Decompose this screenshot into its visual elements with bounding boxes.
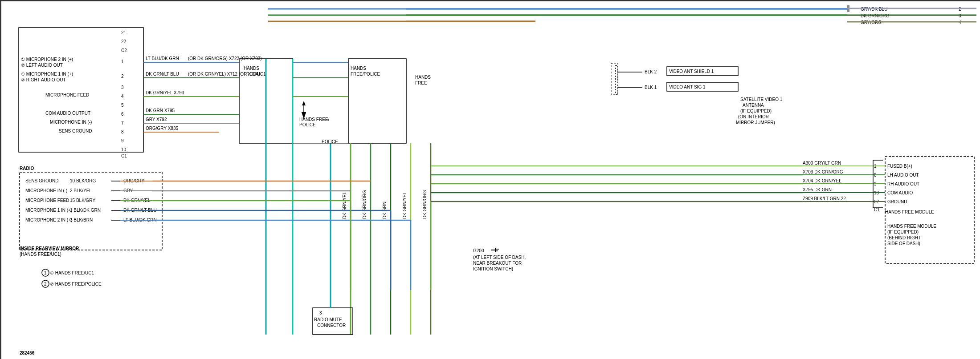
svg-text:FUSED B(+): FUSED B(+) [887,164,912,169]
svg-text:MICROPHONE IN (-): MICROPHONE IN (-) [50,120,92,125]
svg-text:DK GRN/ORG: DK GRN/ORG [422,190,427,219]
svg-text:MICROPHONE 2 IN (+): MICROPHONE 2 IN (+) [25,218,72,222]
svg-text:POLICE: POLICE [299,122,316,127]
svg-text:SENS GROUND: SENS GROUND [59,129,92,133]
svg-text:RADIO MUTE: RADIO MUTE [314,317,342,322]
svg-text:3: 3 [121,85,124,90]
svg-text:21: 21 [121,30,127,35]
svg-text:X703  DK GRN/ORG: X703 DK GRN/ORG [803,169,843,174]
svg-text:G200: G200 [473,248,484,253]
svg-text:NEAR BREAKOUT FOR: NEAR BREAKOUT FOR [473,261,522,266]
svg-text:10: 10 [121,147,127,152]
svg-text:282456: 282456 [20,351,35,355]
svg-text:COM AUDIO OUTPUT: COM AUDIO OUTPUT [45,111,90,116]
svg-text:② RIGHT AUDIO OUT: ② RIGHT AUDIO OUT [21,77,66,82]
svg-text:VIDEO ANT SIG 1: VIDEO ANT SIG 1 [669,85,706,89]
svg-text:SATELLITE VIDEO 1: SATELLITE VIDEO 1 [740,97,783,102]
svg-text:2  BLK/YEL: 2 BLK/YEL [70,188,92,193]
svg-text:FREE/UC1: FREE/UC1 [244,72,266,77]
svg-text:DK GRN/ORG: DK GRN/ORG [362,190,367,219]
svg-text:COM AUDIO: COM AUDIO [887,190,913,195]
svg-text:DK GRN/LT BLU: DK GRN/LT BLU [146,72,179,77]
svg-text:ANTENNA: ANTENNA [743,103,764,108]
svg-text:(HANDS FREE/UC1): (HANDS FREE/UC1) [20,252,61,257]
svg-text:②  HANDS FREE/POLICE: ② HANDS FREE/POLICE [50,282,102,286]
svg-text:①  HANDS FREE/UC1: ① HANDS FREE/UC1 [50,270,94,275]
svg-text:SIDE OF DASH): SIDE OF DASH) [887,241,920,246]
svg-text:VIDEO ANT SHIELD 1: VIDEO ANT SHIELD 1 [669,69,714,74]
svg-text:HANDS FREE MODULE: HANDS FREE MODULE [885,210,934,214]
svg-text:GROUND: GROUND [887,199,907,204]
svg-text:7: 7 [121,121,124,125]
svg-text:GRY  X792: GRY X792 [146,117,167,122]
svg-text:DK GRN/YEL: DK GRN/YEL [402,192,407,219]
svg-text:HANDS: HANDS [415,75,431,80]
svg-text:BLK  1: BLK 1 [645,85,657,90]
svg-text:1: 1 [121,59,124,64]
svg-text:FREE: FREE [415,81,427,85]
svg-text:9: 9 [121,138,124,143]
svg-text:SENS GROUND: SENS GROUND [25,178,58,183]
svg-text:1  BLK/DK GRN: 1 BLK/DK GRN [70,208,101,213]
svg-text:10  BLK/ORG: 10 BLK/ORG [70,178,96,183]
svg-text:MICROPHONE 1 IN (+): MICROPHONE 1 IN (+) [25,208,72,213]
svg-text:X795  DK GRN: X795 DK GRN [803,187,832,192]
svg-text:(IF EQUIPPED): (IF EQUIPPED) [887,230,919,234]
svg-text:LH AUDIO OUT: LH AUDIO OUT [887,173,919,177]
svg-text:1: 1 [44,270,47,275]
svg-text:DK GRN  X795: DK GRN X795 [146,108,175,113]
svg-text:DK GRN/YEL: DK GRN/YEL [342,192,347,219]
svg-text:② LEFT AUDIO OUT: ② LEFT AUDIO OUT [21,63,63,68]
svg-text:6: 6 [121,112,124,117]
svg-text:5: 5 [121,103,124,108]
svg-text:CONNECTOR: CONNECTOR [317,323,346,328]
svg-text:22: 22 [121,39,127,44]
svg-text:RH AUDIO OUT: RH AUDIO OUT [887,182,919,186]
svg-text:(AT LEFT SIDE OF DASH,: (AT LEFT SIDE OF DASH, [473,255,526,260]
svg-text:C1: C1 [121,153,127,158]
svg-text:(IF EQUIPPED): (IF EQUIPPED) [740,109,772,113]
svg-text:IGNITION SWITCH): IGNITION SWITCH) [473,266,513,271]
svg-text:ORG/GRY  X835: ORG/GRY X835 [146,126,178,131]
svg-text:(BEHIND RIGHT: (BEHIND RIGHT [887,235,921,240]
svg-text:HANDS: HANDS [244,66,259,71]
svg-text:FREE/POLICE: FREE/POLICE [351,72,380,77]
svg-text:MICROPHONE FEED: MICROPHONE FEED [25,198,69,203]
svg-text:(ON INTERIOR: (ON INTERIOR [738,114,769,119]
svg-text:2: 2 [121,74,124,79]
svg-text:C2: C2 [121,48,127,53]
svg-text:4: 4 [121,94,124,99]
svg-text:① MICROPHONE 1 IN (+): ① MICROPHONE 1 IN (+) [21,72,73,77]
svg-text:HANDS: HANDS [351,66,366,71]
svg-text:INSIDE REARVIEW MIRROR: INSIDE REARVIEW MIRROR [20,246,79,251]
svg-text:15  BLK/GRY: 15 BLK/GRY [70,198,95,203]
svg-text:X704  DK GRN/YEL: X704 DK GRN/YEL [803,178,841,183]
wiring-diagram-container: GRY/DK BLU 2 DK GRN/ORG 3 GRY/ORG 4 21 2… [0,0,980,359]
svg-text:RADIO: RADIO [20,166,34,171]
svg-text:2: 2 [44,282,47,286]
svg-text:HANDS FREE MODULE: HANDS FREE MODULE [887,224,936,229]
svg-text:MIRROR JUMPER): MIRROR JUMPER) [736,120,775,125]
svg-text:Z909  BLK/LT GRN  22: Z909 BLK/LT GRN 22 [803,196,846,201]
svg-text:MICROPHONE FEED: MICROPHONE FEED [45,93,89,97]
svg-text:LT BLU/DK GRN: LT BLU/DK GRN [146,56,179,61]
svg-text:8: 8 [121,129,124,134]
svg-text:3: 3 [319,311,322,315]
svg-text:DK GRN/YEL  X793: DK GRN/YEL X793 [146,90,184,95]
svg-text:① MICROPHONE 2 IN (+): ① MICROPHONE 2 IN (+) [21,57,73,62]
svg-text:BLK  2: BLK 2 [645,69,657,74]
svg-text:A300  GRY/LT GRN: A300 GRY/LT GRN [803,161,841,165]
svg-text:MICROPHONE IN (-): MICROPHONE IN (-) [25,188,67,193]
svg-text:3  BLK/BRN: 3 BLK/BRN [70,218,93,222]
